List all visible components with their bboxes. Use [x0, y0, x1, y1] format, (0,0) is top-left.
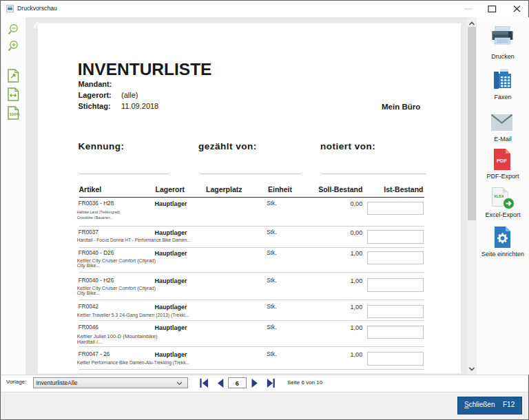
svg-text:PDF: PDF	[497, 158, 507, 164]
svg-text:100%: 100%	[10, 112, 21, 116]
svg-text:XLSX: XLSX	[494, 194, 504, 198]
